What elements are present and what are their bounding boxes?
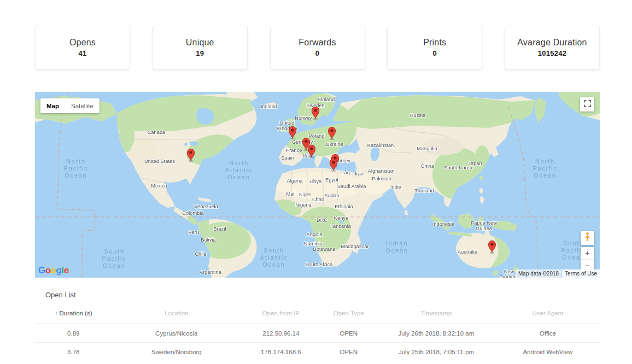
map-label-madagascar: Madagascar (341, 244, 368, 249)
map-label-chad: Chad (312, 197, 324, 202)
google-logo-letter: o (45, 265, 51, 275)
map-label-kazakhstan: Kazakhstan (367, 143, 394, 148)
cell-duration: 3.78 (35, 343, 112, 361)
world-map-svg: NorthPacificOceanNorthAtlanticOceanNorth… (35, 92, 600, 278)
map-label-nigeria: Nigeria (295, 202, 312, 208)
map-label-libya: Libya (309, 179, 322, 184)
cell-duration: 0.89 (35, 324, 112, 343)
map-label-niger: Niger (299, 192, 311, 197)
column-header-user-agent[interactable]: User Agent (496, 302, 600, 324)
table-header-row: ↑Duration (s) Location Open from IP Open… (35, 302, 600, 324)
map-label-venezuela: Venezuela (194, 204, 218, 209)
map-label-north-atlantic-ocean: NorthAtlanticOcean (225, 160, 253, 180)
map-label-afghanistan: Afghanistan (367, 168, 394, 174)
cell-user-agent: Office (496, 324, 600, 343)
stat-value: 41 (78, 49, 86, 57)
map-label-bolivia: Bolivia (201, 237, 216, 243)
map-label-mongolia: Mongolia (417, 146, 438, 151)
column-header-open-from-ip[interactable]: Open from IP (241, 302, 321, 324)
stat-label: Opens (69, 38, 96, 48)
map-label-north-pacific-ocean: NorthPacificOcean (64, 158, 89, 179)
stat-label: Forwards (299, 38, 336, 48)
stat-label: Avarage Duration (517, 38, 587, 48)
cell-open-type: OPEN (321, 324, 377, 343)
open-list-title: Open List (35, 291, 600, 299)
map-label-iraq: Iraq (341, 170, 350, 175)
stat-card-prints: Prints 0 (387, 26, 482, 69)
map-label-australia: Australia (458, 249, 478, 255)
map-label-tanzania: Tanzania (330, 224, 351, 229)
map-label-iceland: Iceland (261, 104, 277, 109)
map-label-thailand: Thailand (414, 188, 434, 193)
table-row: 3.78 Sweden/Norsborg 178.174.168.6 OPEN … (35, 343, 600, 361)
stat-card-average-duration: Avarage Duration 1015242 (505, 26, 600, 69)
map-label-egypt: Egypt (325, 177, 338, 183)
zoom-in-button[interactable]: + (581, 247, 594, 260)
map-label-iran: Iran (355, 171, 364, 177)
stat-label: Unique (186, 38, 214, 48)
map-label-spain: Spain (281, 155, 294, 161)
open-list-table: ↑Duration (s) Location Open from IP Open… (35, 302, 600, 361)
map-label-norway: Norway (295, 115, 312, 121)
map-type-control: Map Satellite (40, 98, 100, 113)
map-label-poland: Poland (309, 133, 325, 139)
map-type-map-button[interactable]: Map (40, 98, 65, 113)
map-label-sudan: Sudan (325, 193, 340, 198)
map-label-south-africa: South Africa (305, 262, 333, 267)
map-label-india: India (390, 184, 402, 190)
map-label-japan: Japan (468, 161, 482, 166)
map-label-brazil: Brazil (213, 226, 226, 232)
google-map[interactable]: NorthPacificOceanNorthAtlanticOceanNorth… (35, 92, 600, 278)
cell-timestamp: July 26th 2018, 8:32:10 am (377, 324, 496, 343)
column-header-location[interactable]: Location (112, 302, 241, 324)
map-label-botswana: Botswana (313, 246, 336, 252)
map-label-south-pacific-ocean: SouthPacificOcean (102, 248, 127, 269)
cell-timestamp: July 25th 2018, 7:05:11 pm (377, 343, 496, 361)
map-label-namibia: Namibia (304, 241, 323, 246)
cell-user-agent: Android WebView (496, 343, 600, 361)
column-header-open-type[interactable]: Open Type (321, 302, 377, 324)
google-logo-letter: G (38, 265, 45, 275)
stat-card-opens: Opens 41 (35, 26, 130, 69)
map-label-drc: DRC (317, 218, 327, 223)
stat-value: 0 (432, 49, 437, 57)
map-label-colombia: Colombia (182, 210, 204, 216)
fullscreen-button[interactable] (580, 97, 594, 111)
map-label-chile: Chile (195, 251, 206, 257)
sort-ascending-icon: ↑ (55, 310, 58, 316)
map-label-indian-ocean: IndianOcean (385, 240, 408, 254)
terms-of-use-link[interactable]: Terms of Use (562, 269, 600, 278)
google-logo-letter: e (64, 265, 69, 275)
map-type-satellite-button[interactable]: Satellite (65, 98, 100, 113)
map-label-algeria: Algeria (287, 178, 303, 184)
cell-location: Cyprus/Nicosia (112, 324, 241, 343)
column-header-timestamp[interactable]: Timestamp (377, 302, 496, 324)
map-label-mali: Mali (286, 191, 295, 197)
stats-row: Opens 41 Unique 19 Forwards 0 Prints 0 A… (35, 26, 600, 69)
map-label-canada: Canada (148, 130, 166, 135)
map-label-angola: Angola (307, 232, 323, 237)
map-label-mexico: Mexico (151, 183, 167, 189)
pegman-button[interactable] (581, 231, 594, 245)
map-label-france: France (286, 148, 302, 153)
stat-card-unique: Unique 19 (153, 26, 248, 69)
stat-value: 19 (196, 49, 204, 57)
map-label-pakistan: Pakistan (372, 176, 391, 181)
stat-card-forwards: Forwards 0 (270, 26, 365, 69)
fullscreen-icon (584, 99, 591, 109)
google-logo-letter: g (56, 265, 62, 275)
stat-value: 1015242 (538, 49, 567, 57)
cell-open-from-ip: 212.50.96.14 (241, 324, 321, 343)
stat-label: Prints (423, 38, 446, 48)
map-label-peru: Peru (188, 230, 199, 235)
cell-open-type: OPEN (321, 343, 377, 361)
map-label-russia: Russia (410, 113, 426, 118)
google-logo[interactable]: Google (38, 265, 69, 276)
stat-value: 0 (315, 49, 320, 57)
column-header-duration[interactable]: ↑Duration (s) (35, 302, 112, 324)
map-label-united-states: United States (144, 158, 175, 164)
map-label-saudi-arabia: Saudi Arabia (337, 184, 367, 189)
cell-location: Sweden/Norsborg (112, 343, 241, 361)
map-data-copyright: Map data ©2018 (516, 269, 561, 278)
map-label-finland: Finland (318, 97, 335, 102)
